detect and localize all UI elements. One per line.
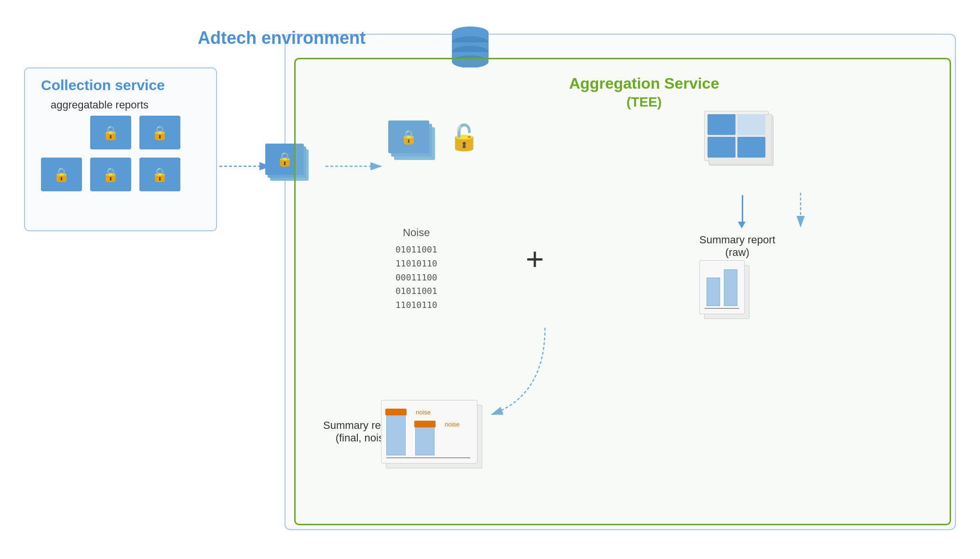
report-item: 🔒: [90, 116, 131, 149]
report-item: 🔒: [139, 116, 180, 149]
collection-sublabel: aggregatable reports: [51, 99, 149, 111]
arrow-down-to-summary: [742, 195, 743, 224]
diagram-container: Adtech environment Collection service ag…: [14, 19, 966, 540]
final-bar-chart: noise noise: [381, 400, 477, 464]
final-summary-section: Summary report (final, noised) noise: [381, 400, 477, 464]
collection-service-label: Collection service: [41, 77, 165, 93]
report-item: 🔒: [41, 158, 82, 191]
noise-label-2: noise: [445, 421, 460, 428]
noise-section: Noise 0101100111010110000111000101100111…: [395, 226, 437, 312]
arrow-down-head: [738, 222, 746, 228]
summary-raw-label: Summary report (raw): [699, 234, 776, 259]
adtech-environment-label: Adtech environment: [198, 28, 366, 48]
report-item: 🔒: [90, 158, 131, 191]
summary-template-report: [704, 111, 769, 161]
collection-reports-grid: 🔒 🔒 🔒 🔒 🔒: [41, 116, 183, 194]
plus-sign: +: [526, 241, 544, 277]
summary-raw-chart: [699, 260, 745, 314]
noise-label-1: noise: [416, 409, 431, 416]
noise-binary: 0101100111010110000111000101100111010110: [395, 243, 437, 312]
report-item: 🔒: [139, 158, 180, 191]
aggregation-service-label: Aggregation Service (TEE): [569, 75, 719, 110]
